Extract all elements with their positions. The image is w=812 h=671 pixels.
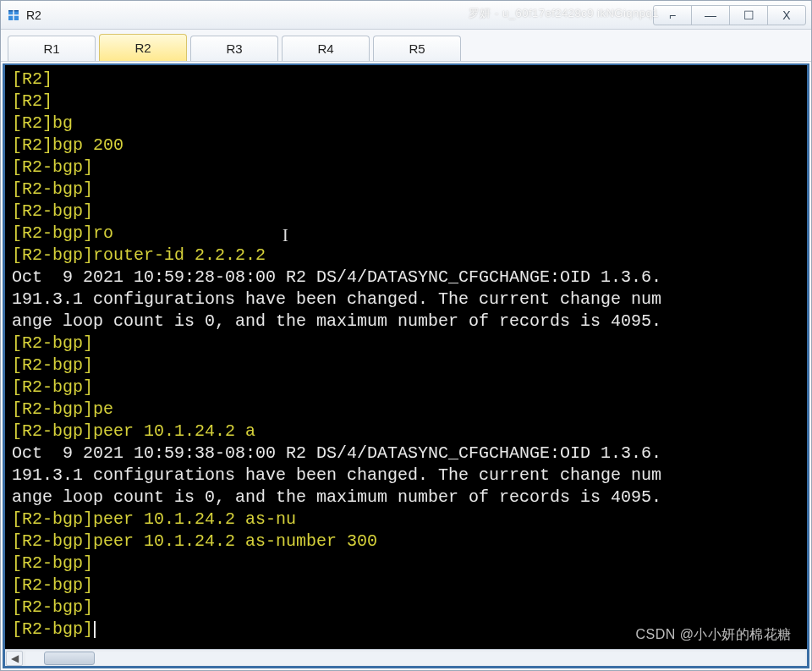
terminal-line: Oct 9 2021 10:59:38-08:00 R2 DS/4/DATASY… <box>12 443 800 465</box>
tab-r5[interactable]: R5 <box>373 36 461 61</box>
terminal-output[interactable]: [R2][R2][R2]bg[R2]bgp 200[R2-bgp][R2-bgp… <box>5 65 807 649</box>
terminal-line: ange loop count is 0, and the maximum nu… <box>12 487 800 509</box>
terminal-line: [R2-bgp] <box>12 619 800 641</box>
minimize-button[interactable]: — <box>691 5 730 25</box>
tab-r2[interactable]: R2 <box>99 34 187 61</box>
terminal-line: [R2-bgp] <box>12 355 800 377</box>
terminal-panel: [R2][R2][R2]bg[R2]bgp 200[R2-bgp][R2-bgp… <box>3 63 809 668</box>
app-icon <box>6 8 21 23</box>
terminal-line: [R2-bgp] <box>12 553 800 575</box>
terminal-line: [R2-bgp] <box>12 157 800 179</box>
terminal-line: 191.3.1 configurations have been changed… <box>12 289 800 311</box>
terminal-line: [R2-bgp]peer 10.1.24.2 as-number 300 <box>12 531 800 553</box>
scroll-left-arrow-icon[interactable]: ◀ <box>6 651 23 666</box>
tab-label: R5 <box>409 41 425 56</box>
terminal-line: [R2]bgp 200 <box>12 135 800 157</box>
terminal-line: [R2] <box>12 91 800 113</box>
tab-label: R4 <box>317 41 333 56</box>
terminal-line: [R2-bgp]peer 10.1.24.2 as-nu <box>12 509 800 531</box>
terminal-line: [R2]bg <box>12 113 800 135</box>
terminal-line: 191.3.1 configurations have been changed… <box>12 465 800 487</box>
terminal-line: [R2-bgp] <box>12 179 800 201</box>
tab-r4[interactable]: R4 <box>282 36 370 61</box>
terminal-line: [R2-bgp]ro <box>12 223 800 245</box>
tab-label: R1 <box>43 41 59 56</box>
tab-strip: R1R2R3R4R5 <box>1 30 811 62</box>
tab-label: R2 <box>134 41 151 55</box>
close-button[interactable]: X <box>767 5 806 25</box>
terminal-line: [R2-bgp] <box>12 597 800 619</box>
window-controls: ⌐ — ☐ X <box>654 5 806 25</box>
shrink-button[interactable]: ⌐ <box>653 5 692 25</box>
terminal-line: [R2] <box>12 69 800 91</box>
maximize-button[interactable]: ☐ <box>729 5 768 25</box>
terminal-line: [R2-bgp] <box>12 333 800 355</box>
title-bar[interactable]: R2 罗妍 - u_60f17ef2428c9 ikNGiqnpq1 ⌐ — ☐… <box>1 1 811 30</box>
scroll-track[interactable] <box>25 652 805 665</box>
tab-r3[interactable]: R3 <box>190 36 278 61</box>
terminal-line: Oct 9 2021 10:59:28-08:00 R2 DS/4/DATASY… <box>12 267 800 289</box>
terminal-line: [R2-bgp]peer 10.1.24.2 a <box>12 421 800 443</box>
terminal-line: [R2-bgp] <box>12 201 800 223</box>
terminal-line: [R2-bgp]pe <box>12 399 800 421</box>
watermark-top: 罗妍 - u_60f17ef2428c9 ikNGiqnpq1 <box>469 6 659 21</box>
terminal-line: ange loop count is 0, and the maximum nu… <box>12 311 800 333</box>
tab-label: R3 <box>226 41 242 56</box>
terminal-line: [R2-bgp]router-id 2.2.2.2 <box>12 245 800 267</box>
window-title: R2 <box>26 8 41 22</box>
input-cursor <box>94 621 96 638</box>
terminal-line: [R2-bgp] <box>12 575 800 597</box>
scroll-thumb[interactable] <box>44 652 95 665</box>
horizontal-scrollbar[interactable]: ◀ <box>5 649 807 666</box>
app-window: R2 罗妍 - u_60f17ef2428c9 ikNGiqnpq1 ⌐ — ☐… <box>0 0 812 671</box>
terminal-line: [R2-bgp] <box>12 377 800 399</box>
tab-r1[interactable]: R1 <box>8 36 96 61</box>
